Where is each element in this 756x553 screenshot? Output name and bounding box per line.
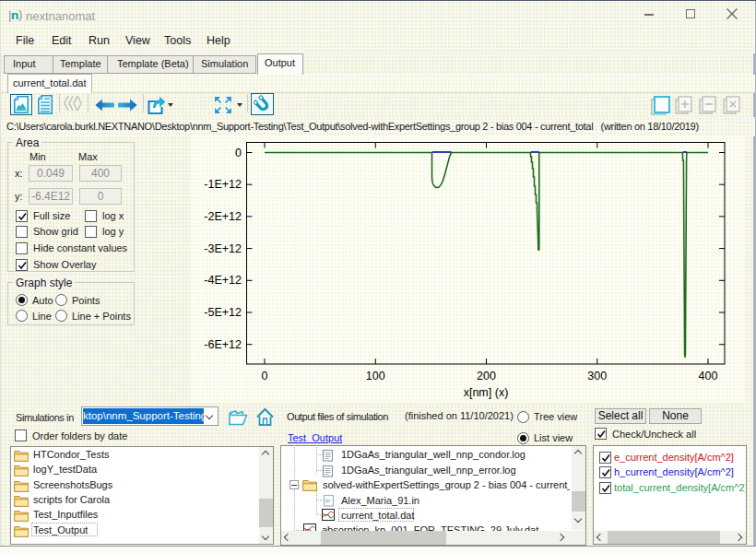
svg-text:0: 0 [235,147,242,159]
svg-text:0: 0 [262,370,268,382]
svg-text:-3E+12: -3E+12 [204,242,242,255]
svg-text:-4E+12: -4E+12 [204,274,242,287]
svg-text:-1E+12: -1E+12 [204,178,242,191]
svg-text:200: 200 [477,370,496,382]
svg-text:|n: |n [325,498,330,503]
svg-text:x[nm] (x): x[nm] (x) [464,386,509,399]
svg-text:-2E+12: -2E+12 [204,210,242,223]
svg-text:-6E+12: -6E+12 [204,338,242,351]
svg-text:400: 400 [699,370,718,382]
svg-text:300: 300 [587,370,607,382]
svg-text:100: 100 [366,370,385,382]
svg-text:-5E+12: -5E+12 [204,306,242,319]
